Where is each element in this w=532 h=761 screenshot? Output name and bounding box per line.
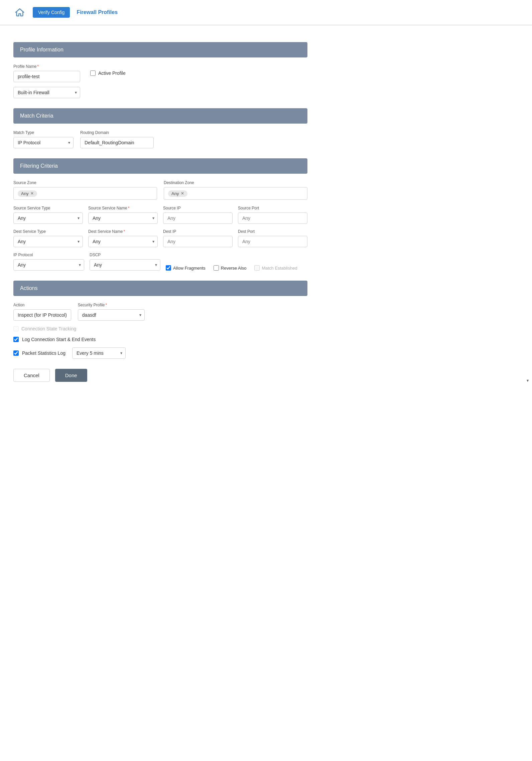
top-bar: Verify Config Firewall Profiles: [0, 0, 532, 25]
dest-ip-input[interactable]: [163, 236, 233, 247]
active-profile-checkbox-label[interactable]: Active Profile: [90, 70, 126, 76]
source-service-type-select[interactable]: Any: [13, 212, 83, 224]
source-port-label: Source Port: [238, 206, 307, 210]
source-ip-input[interactable]: [163, 212, 233, 224]
dest-row: Dest Service Type Any ▾ Dest Service Nam…: [13, 229, 307, 247]
match-type-select[interactable]: IP Protocol: [13, 137, 74, 148]
filtering-criteria-header: Filtering Criteria: [13, 158, 307, 174]
log-connection-label-text: Log Connection Start & End Events: [22, 337, 96, 342]
active-profile-label-text: Active Profile: [98, 70, 126, 76]
dest-ip-label: Dest IP: [163, 229, 233, 234]
dest-ip-field: Dest IP: [163, 229, 233, 247]
log-packet-checkbox[interactable]: [13, 350, 19, 356]
dest-zone-tag: Any ✕: [168, 190, 187, 197]
source-service-name-select[interactable]: Any: [88, 212, 158, 224]
dest-service-type-select[interactable]: Any: [13, 236, 83, 247]
dest-service-name-select[interactable]: Any: [88, 236, 158, 247]
firewall-type-select-wrapper: Built-in Firewall ▾: [13, 87, 80, 98]
main-content: Profile Information Profile Name* Active…: [0, 32, 321, 402]
reverse-also-checkbox[interactable]: [214, 265, 219, 271]
ip-protocol-select-wrapper: Any ▾: [13, 259, 84, 271]
match-criteria-row: Match Type IP Protocol ▾ Routing Domain: [13, 130, 307, 148]
ip-protocol-label: IP Protocol: [13, 253, 84, 257]
routing-domain-input[interactable]: [80, 137, 154, 148]
connection-state-tracking-row: Connection State Tracking: [13, 326, 307, 331]
source-service-name-select-wrapper: Any ▾: [88, 212, 158, 224]
security-profile-select[interactable]: daasdf: [78, 309, 145, 321]
dest-service-name-select-wrapper: Any ▾: [88, 236, 158, 247]
security-profile-select-wrapper: daasdf ▾: [78, 309, 145, 321]
match-type-field: Match Type IP Protocol ▾: [13, 130, 74, 148]
zone-row: Source Zone Any ✕ ▾ Destination Zone Any…: [13, 180, 307, 200]
source-zone-label: Source Zone: [13, 180, 157, 185]
action-field: Action Inspect (for IP Protocol): [13, 303, 71, 321]
dest-port-label: Dest Port: [238, 229, 307, 234]
dest-service-type-select-wrapper: Any ▾: [13, 236, 83, 247]
verify-config-button[interactable]: Verify Config: [33, 7, 70, 18]
allow-fragments-checkbox-label[interactable]: Allow Fragments: [166, 265, 206, 271]
allow-fragments-checkbox[interactable]: [166, 265, 171, 271]
firewall-type-select[interactable]: Built-in Firewall: [13, 87, 80, 98]
reverse-also-label-text: Reverse Also: [221, 266, 247, 271]
source-service-name-field: Source Service Name* Any ▾: [88, 206, 158, 224]
actions-section: Actions Action Inspect (for IP Protocol)…: [13, 281, 307, 382]
dscp-select-wrapper: Any ▾: [90, 259, 160, 271]
log-connection-row: Log Connection Start & End Events: [13, 337, 307, 342]
dscp-field: DSCP Any ▾: [90, 253, 160, 271]
source-port-input[interactable]: [238, 212, 307, 224]
firewall-profiles-link[interactable]: Firewall Profiles: [77, 9, 118, 15]
dest-zone-tag-close[interactable]: ✕: [181, 191, 184, 196]
active-profile-checkbox[interactable]: [90, 70, 96, 76]
match-established-checkbox-label[interactable]: Match Established: [254, 265, 297, 271]
profile-name-label: Profile Name*: [13, 64, 80, 69]
dest-service-name-label: Dest Service Name*: [88, 229, 158, 234]
cancel-button[interactable]: Cancel: [13, 369, 50, 382]
dest-service-name-field: Dest Service Name* Any ▾: [88, 229, 158, 247]
profile-information-header: Profile Information: [13, 42, 307, 57]
routing-domain-label: Routing Domain: [80, 130, 154, 135]
source-ip-label: Source IP: [163, 206, 233, 210]
action-value-display: Inspect (for IP Protocol): [13, 309, 71, 321]
source-zone-field: Source Zone Any ✕ ▾: [13, 180, 157, 200]
profile-name-input[interactable]: [13, 71, 80, 82]
dest-port-input[interactable]: [238, 236, 307, 247]
ip-protocol-select[interactable]: Any: [13, 259, 84, 271]
filter-checkboxes-row: Allow Fragments Reverse Also Match Estab…: [166, 265, 307, 271]
log-packet-row: Packet Statistics Log Every 5 mins ▾: [13, 347, 307, 359]
filtering-criteria-section: Filtering Criteria Source Zone Any ✕ ▾ D…: [13, 158, 307, 271]
every-mins-select[interactable]: Every 5 mins: [72, 347, 126, 359]
action-label: Action: [13, 303, 71, 307]
log-packet-label-text: Packet Statistics Log: [22, 350, 65, 356]
dest-port-field: Dest Port: [238, 229, 307, 247]
reverse-also-checkbox-label[interactable]: Reverse Also: [214, 265, 247, 271]
source-ip-field: Source IP: [163, 206, 233, 224]
button-row: Cancel Done: [13, 369, 307, 382]
home-icon[interactable]: [13, 6, 26, 19]
match-criteria-header: Match Criteria: [13, 108, 307, 124]
dest-zone-chevron-icon: ▾: [527, 378, 529, 383]
dest-zone-field: Destination Zone Any ✕ ▾: [164, 180, 307, 200]
log-connection-checkbox[interactable]: [13, 337, 19, 342]
source-zone-chevron-icon: ▾: [527, 378, 529, 383]
source-zone-tag-close[interactable]: ✕: [30, 191, 34, 196]
source-zone-select[interactable]: Any ✕ ▾: [13, 187, 157, 200]
dest-service-type-label: Dest Service Type: [13, 229, 83, 234]
match-type-label: Match Type: [13, 130, 74, 135]
allow-fragments-label-text: Allow Fragments: [173, 266, 206, 271]
dest-zone-select[interactable]: Any ✕ ▾: [164, 187, 307, 200]
source-service-type-label: Source Service Type: [13, 206, 83, 210]
dscp-select[interactable]: Any: [90, 259, 160, 271]
done-button[interactable]: Done: [55, 369, 87, 382]
source-row: Source Service Type Any ▾ Source Service…: [13, 206, 307, 224]
source-port-field: Source Port: [238, 206, 307, 224]
source-service-name-label: Source Service Name*: [88, 206, 158, 210]
actions-header: Actions: [13, 281, 307, 296]
match-established-label-text: Match Established: [262, 266, 297, 271]
connection-state-tracking-checkbox[interactable]: [13, 326, 19, 331]
dscp-label: DSCP: [90, 253, 160, 257]
source-zone-tag: Any ✕: [18, 190, 37, 197]
match-type-select-wrapper: IP Protocol ▾: [13, 137, 74, 148]
match-criteria-section: Match Criteria Match Type IP Protocol ▾ …: [13, 108, 307, 148]
dest-service-type-field: Dest Service Type Any ▾: [13, 229, 83, 247]
match-established-checkbox[interactable]: [254, 265, 260, 271]
